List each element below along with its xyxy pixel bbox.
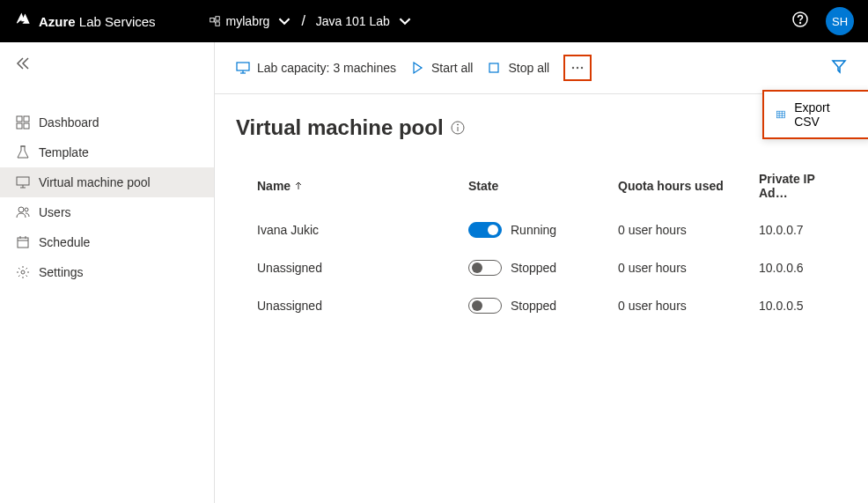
breadcrumb-resource-group[interactable]: mylabrg bbox=[209, 14, 291, 28]
sort-asc-icon bbox=[294, 181, 303, 190]
cell-name: Unassigned bbox=[257, 261, 468, 275]
svg-rect-9 bbox=[17, 123, 22, 129]
sidebar: Dashboard Template Virtual machine pool … bbox=[0, 42, 215, 503]
cell-state: Running bbox=[468, 222, 618, 238]
svg-rect-29 bbox=[777, 111, 785, 118]
cell-quota: 0 user hours bbox=[618, 261, 759, 275]
lab-capacity-label: Lab capacity: 3 machines bbox=[257, 61, 396, 75]
cell-name: Unassigned bbox=[257, 299, 468, 313]
svg-rect-22 bbox=[237, 63, 249, 70]
svg-rect-2 bbox=[215, 22, 218, 26]
state-toggle[interactable] bbox=[468, 222, 502, 238]
svg-rect-10 bbox=[24, 123, 29, 129]
state-toggle[interactable] bbox=[468, 298, 502, 314]
logo[interactable]: Azure Lab Services bbox=[14, 11, 156, 32]
svg-point-28 bbox=[581, 67, 583, 69]
page-title: Virtual machine pool bbox=[236, 115, 847, 140]
svg-point-27 bbox=[577, 67, 578, 69]
state-label: Running bbox=[511, 223, 556, 237]
table-row[interactable]: Ivana Jukic Running 0 user hours 10.0.0.… bbox=[236, 211, 847, 248]
sidebar-item-dashboard[interactable]: Dashboard bbox=[0, 107, 214, 137]
cell-state: Stopped bbox=[468, 298, 618, 314]
sidebar-item-label: Dashboard bbox=[39, 115, 99, 129]
column-ip[interactable]: Private IP Ad… bbox=[759, 172, 826, 200]
stop-all-button[interactable]: Stop all bbox=[487, 61, 549, 75]
info-icon[interactable] bbox=[451, 121, 465, 135]
main: Lab capacity: 3 machines Start all Stop … bbox=[215, 42, 868, 503]
sidebar-item-label: Settings bbox=[39, 265, 84, 279]
svg-point-16 bbox=[25, 208, 28, 211]
stop-all-label: Stop all bbox=[508, 61, 549, 75]
svg-point-21 bbox=[21, 270, 25, 274]
top-header: Azure Lab Services mylabrg / Java 101 La… bbox=[0, 0, 868, 42]
azure-icon bbox=[14, 11, 32, 32]
cell-ip: 10.0.0.5 bbox=[759, 299, 826, 313]
cell-ip: 10.0.0.6 bbox=[759, 261, 826, 275]
svg-rect-1 bbox=[215, 17, 218, 20]
export-csv-label: Export CSV bbox=[794, 100, 835, 129]
help-icon[interactable] bbox=[792, 11, 808, 31]
collapse-sidebar-button[interactable] bbox=[0, 49, 214, 81]
column-name[interactable]: Name bbox=[257, 179, 468, 193]
breadcrumb-lab[interactable]: Java 101 Lab bbox=[316, 14, 411, 28]
chevron-down-icon bbox=[399, 15, 411, 27]
svg-rect-25 bbox=[489, 63, 498, 72]
vm-table: Name State Quota hours used Private IP A… bbox=[236, 161, 847, 324]
breadcrumb: mylabrg / Java 101 Lab bbox=[209, 13, 411, 29]
cell-state: Stopped bbox=[468, 260, 618, 276]
more-actions-button[interactable] bbox=[563, 55, 592, 81]
sidebar-item-label: Schedule bbox=[39, 235, 90, 249]
sidebar-item-virtual-machine-pool[interactable]: Virtual machine pool bbox=[0, 167, 214, 197]
export-csv-button[interactable]: Export CSV bbox=[762, 90, 868, 139]
svg-point-15 bbox=[18, 207, 24, 212]
svg-rect-8 bbox=[24, 116, 29, 122]
cell-name: Ivana Jukic bbox=[257, 223, 468, 237]
svg-rect-12 bbox=[17, 177, 29, 185]
state-toggle[interactable] bbox=[468, 260, 502, 276]
lab-capacity-button[interactable]: Lab capacity: 3 machines bbox=[236, 61, 396, 75]
cell-quota: 0 user hours bbox=[618, 299, 759, 313]
table-row[interactable]: Unassigned Stopped 0 user hours 10.0.0.5 bbox=[236, 286, 847, 324]
sidebar-item-label: Virtual machine pool bbox=[39, 175, 151, 189]
column-state[interactable]: State bbox=[468, 179, 618, 193]
sidebar-item-settings[interactable]: Settings bbox=[0, 257, 214, 287]
svg-rect-7 bbox=[17, 116, 22, 122]
sidebar-item-label: Template bbox=[39, 145, 89, 159]
column-quota[interactable]: Quota hours used bbox=[618, 179, 759, 193]
sidebar-item-template[interactable]: Template bbox=[0, 137, 214, 167]
chevron-down-icon bbox=[278, 15, 291, 27]
cell-ip: 10.0.0.7 bbox=[759, 223, 826, 237]
sidebar-item-users[interactable]: Users bbox=[0, 197, 214, 227]
state-label: Stopped bbox=[511, 299, 556, 313]
table-header: Name State Quota hours used Private IP A… bbox=[236, 161, 847, 211]
svg-rect-17 bbox=[18, 238, 28, 248]
svg-point-6 bbox=[800, 23, 801, 24]
cell-quota: 0 user hours bbox=[618, 223, 759, 237]
svg-point-26 bbox=[572, 67, 574, 69]
more-actions-dropdown: Export CSV bbox=[762, 90, 868, 139]
brand-text: Azure Lab Services bbox=[39, 14, 156, 29]
sidebar-item-schedule[interactable]: Schedule bbox=[0, 227, 214, 257]
state-label: Stopped bbox=[511, 261, 556, 275]
avatar[interactable]: SH bbox=[826, 7, 854, 35]
toolbar: Lab capacity: 3 machines Start all Stop … bbox=[215, 42, 868, 94]
sidebar-item-label: Users bbox=[39, 205, 71, 219]
start-all-label: Start all bbox=[431, 61, 473, 75]
breadcrumb-separator: / bbox=[301, 13, 305, 29]
filter-button[interactable] bbox=[831, 58, 847, 78]
svg-rect-0 bbox=[210, 18, 213, 22]
svg-point-36 bbox=[457, 124, 458, 125]
table-row[interactable]: Unassigned Stopped 0 user hours 10.0.0.6 bbox=[236, 248, 847, 286]
start-all-button[interactable]: Start all bbox=[410, 61, 473, 75]
